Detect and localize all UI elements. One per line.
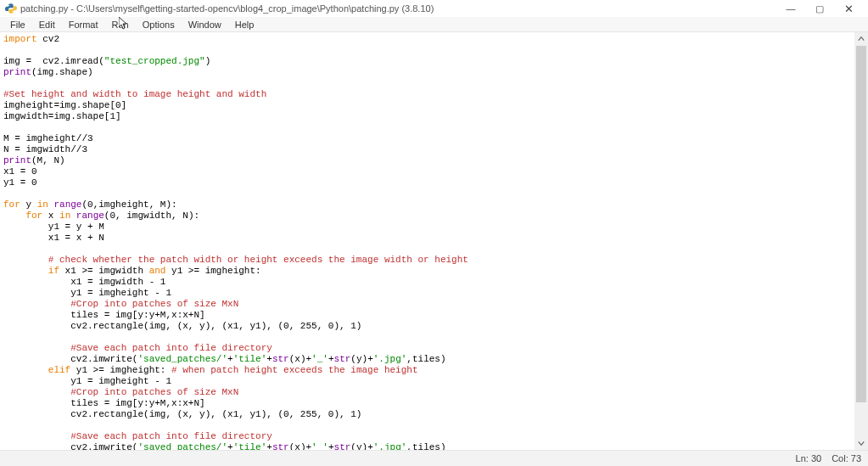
vertical-scrollbar[interactable] [854,32,868,450]
code-line: for y in range(0,imgheight, M): [3,199,851,211]
code-line: y1 = imgheight - 1 [3,288,851,299]
code-line: x1 = 0 [3,166,851,177]
code-line: for x in range(0, imgwidth, N): [3,211,851,222]
maximize-button[interactable]: ▢ [805,0,834,17]
scroll-track[interactable] [854,46,868,436]
window-title: patching.py - C:\Users\myself\getting-st… [20,3,434,14]
code-line: x1 = imgwidth - 1 [3,277,851,288]
app-icon [5,3,17,14]
code-line: #Crop into patches of size MxN [3,299,851,310]
code-line: tiles = img[y:y+M,x:x+N] [3,398,851,409]
code-line [3,122,851,133]
scroll-up-button[interactable] [854,32,868,46]
code-line: img = cv2.imread("test_cropped.jpg") [3,56,851,67]
code-line: imgheight=img.shape[0] [3,100,851,111]
code-line: # check whether the patch width or heigh… [3,255,851,266]
code-line: #Save each patch into file directory [3,343,851,354]
minimize-button[interactable]: — [776,0,805,17]
editor-area: import cv2 img = cv2.imread("test_croppe… [0,32,868,450]
menubar: File Edit Format Run Options Window Help [0,17,868,32]
close-button[interactable]: ✕ [834,0,863,17]
code-line: elif y1 >= imgheight: # when patch heigh… [3,365,851,376]
status-line: Ln: 30 [796,453,822,463]
menu-help[interactable]: Help [228,19,261,31]
titlebar: patching.py - C:\Users\myself\getting-st… [0,0,868,17]
code-line [3,188,851,199]
code-line [3,45,851,56]
status-column: Col: 73 [832,453,861,463]
code-line [3,78,851,89]
code-line: #Set height and width to image height an… [3,89,851,100]
code-line: tiles = img[y:y+M,x:x+N] [3,310,851,321]
code-line: M = imgheight//3 [3,133,851,144]
menu-window[interactable]: Window [182,19,228,31]
code-line: y1 = 0 [3,177,851,188]
scroll-down-button[interactable] [854,436,868,450]
code-line: y1 = y + M [3,222,851,233]
code-line: imgwidth=img.shape[1] [3,111,851,122]
code-line: y1 = imgheight - 1 [3,376,851,387]
statusbar: Ln: 30 Col: 73 [0,450,868,466]
menu-run[interactable]: Run [105,19,136,31]
code-line [3,332,851,343]
code-line: cv2.rectangle(img, (x, y), (x1, y1), (0,… [3,409,851,420]
code-line: cv2.rectangle(img, (x, y), (x1, y1), (0,… [3,321,851,332]
code-editor[interactable]: import cv2 img = cv2.imread("test_croppe… [0,32,854,450]
code-line: N = imgwidth//3 [3,144,851,155]
code-line: x1 = x + N [3,233,851,244]
code-line: #Crop into patches of size MxN [3,387,851,398]
menu-options[interactable]: Options [136,19,182,31]
scroll-thumb[interactable] [856,46,866,402]
code-line: cv2.imwrite('saved_patches/'+'tile'+str(… [3,442,851,450]
code-line: #Save each patch into file directory [3,431,851,442]
code-line [3,420,851,431]
code-line: cv2.imwrite('saved_patches/'+'tile'+str(… [3,354,851,365]
code-line: print(img.shape) [3,67,851,78]
code-line: print(M, N) [3,155,851,166]
code-line: if x1 >= imgwidth and y1 >= imgheight: [3,266,851,277]
menu-edit[interactable]: Edit [32,19,62,31]
code-line: import cv2 [3,34,851,45]
menu-format[interactable]: Format [62,19,105,31]
menu-file[interactable]: File [3,19,32,31]
code-line [3,244,851,255]
